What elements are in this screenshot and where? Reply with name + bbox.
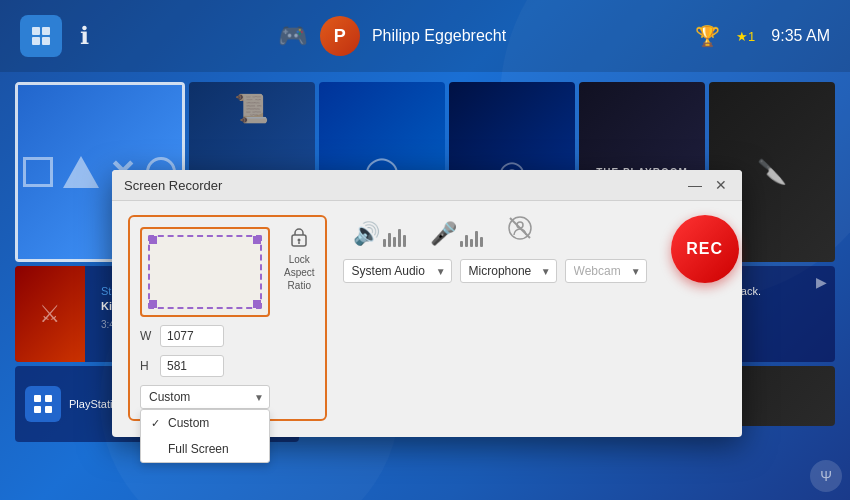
speaker-icon: 🔊 <box>353 221 380 247</box>
lock-icon[interactable] <box>290 227 308 251</box>
width-label: W <box>140 329 154 343</box>
dialog-overlay: Screen Recorder — ✕ <box>0 0 850 500</box>
region-dropdown-menu: ✓ Custom ✓ Full Screen <box>140 409 270 463</box>
microphone-icon: 🎤 <box>430 221 457 247</box>
dropdown-fullscreen-label: Full Screen <box>168 442 229 456</box>
lock-aspect-section: Lock AspectRatio <box>284 227 315 292</box>
system-audio-select[interactable]: System Audio <box>343 259 452 283</box>
system-audio-select-wrap: System Audio ▼ <box>343 259 452 283</box>
system-audio-group: 🔊 <box>353 221 406 247</box>
corner-bl <box>149 300 157 308</box>
bar-2 <box>388 233 391 247</box>
corner-tr <box>253 236 261 244</box>
bar-4 <box>398 229 401 247</box>
dropdown-item-fullscreen[interactable]: ✓ Full Screen <box>141 436 269 462</box>
mic-bar-2 <box>465 235 468 247</box>
webcam-off-icon <box>507 215 533 247</box>
region-dashed-border <box>148 235 262 309</box>
dropdown-custom-label: Custom <box>168 416 209 430</box>
dialog-body: W H Custom Full Screen ▼ <box>112 201 742 437</box>
region-selection-box[interactable] <box>140 227 270 317</box>
rec-button[interactable]: REC <box>671 215 739 283</box>
check-icon: ✓ <box>151 417 160 430</box>
corner-br <box>253 300 261 308</box>
minimize-button[interactable]: — <box>686 176 704 194</box>
width-row: W <box>140 325 270 347</box>
mic-bar-5 <box>480 237 483 247</box>
mic-bar-1 <box>460 241 463 247</box>
audio-icons-row: 🔊 🎤 <box>343 215 647 247</box>
dialog-title: Screen Recorder <box>124 178 222 193</box>
bar-1 <box>383 239 386 247</box>
dialog-titlebar: Screen Recorder — ✕ <box>112 170 742 201</box>
webcam-select[interactable]: Webcam <box>565 259 647 283</box>
height-row: H <box>140 355 270 377</box>
mic-bar-4 <box>475 231 478 247</box>
width-input[interactable] <box>160 325 224 347</box>
microphone-select-wrap: Microphone ▼ <box>460 259 557 283</box>
microphone-select[interactable]: Microphone <box>460 259 557 283</box>
audio-panel: 🔊 🎤 <box>343 215 647 283</box>
region-select[interactable]: Custom Full Screen <box>140 385 270 409</box>
rec-panel: REC <box>663 215 747 283</box>
dialog-controls: — ✕ <box>686 176 730 194</box>
webcam-select-wrap: Webcam ▼ <box>565 259 647 283</box>
screen-recorder-dialog: Screen Recorder — ✕ <box>112 170 742 437</box>
region-dropdown-wrap: Custom Full Screen ▼ ✓ Custom ✓ <box>140 385 270 409</box>
microphone-group: 🎤 <box>430 221 483 247</box>
mic-level-bars <box>460 223 483 247</box>
svg-point-9 <box>298 239 301 242</box>
height-input[interactable] <box>160 355 224 377</box>
close-button[interactable]: ✕ <box>712 176 730 194</box>
bar-5 <box>403 235 406 247</box>
region-section: W H Custom Full Screen ▼ <box>128 215 327 421</box>
dropdown-item-custom[interactable]: ✓ Custom <box>141 410 269 436</box>
webcam-group <box>507 215 533 247</box>
audio-selects-row: System Audio ▼ Microphone ▼ Webcam <box>343 259 647 283</box>
height-label: H <box>140 359 154 373</box>
rec-label: REC <box>686 240 723 258</box>
mic-bar-3 <box>470 239 473 247</box>
corner-tl <box>149 236 157 244</box>
bar-3 <box>393 237 396 247</box>
audio-level-bars <box>383 223 406 247</box>
lock-label: Lock AspectRatio <box>284 253 315 292</box>
